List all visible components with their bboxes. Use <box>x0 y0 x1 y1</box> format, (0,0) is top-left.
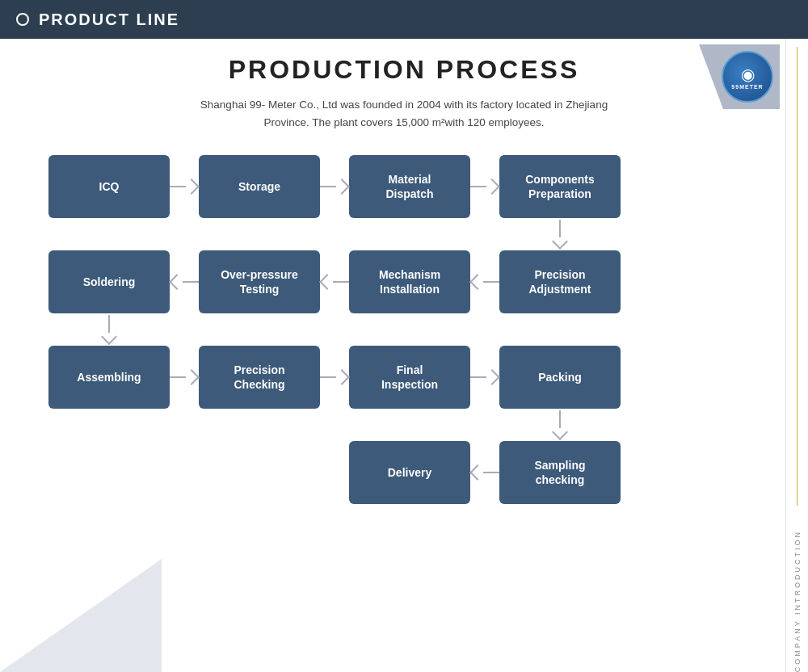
box-precision-checking: Precision Checking <box>199 346 320 409</box>
box-components-preparation: Components Preparation <box>499 155 621 218</box>
header-title: PRODUCT LINE <box>39 10 179 29</box>
box-precision-adjustment: Precision Adjustment <box>499 250 621 313</box>
arrow-right-5 <box>320 369 349 385</box>
arrow-left-3 <box>470 274 499 290</box>
box-storage: Storage <box>199 155 320 218</box>
box-material-dispatch: Material Dispatch <box>349 155 470 218</box>
arrow-down-packing <box>552 410 568 439</box>
header-circle-icon <box>16 13 29 26</box>
arrow-right-2 <box>320 178 349 195</box>
flow-row-4: Delivery Sampling checking <box>48 441 760 504</box>
connector-row-2 <box>48 313 760 346</box>
arrow-right-3 <box>470 178 499 195</box>
arrow-left-1 <box>170 274 199 290</box>
box-sampling-checking: Sampling checking <box>499 441 621 504</box>
flow-row-1: ICQ Storage Material Dispatch Components… <box>48 155 760 218</box>
page-subtitle: Shanghai 99- Meter Co., Ltd was founded … <box>32 96 776 131</box>
flow-diagram: ICQ Storage Material Dispatch Components… <box>48 155 760 504</box>
main-content: PRODUCTION PROCESS Shanghai 99- Meter Co… <box>0 39 808 520</box>
box-packing: Packing <box>499 346 621 409</box>
arrow-right-6 <box>470 369 499 385</box>
triangle-decoration <box>0 559 162 672</box>
arrow-down-components <box>552 220 568 249</box>
arrow-left-2 <box>320 274 349 290</box>
box-icq: ICQ <box>48 155 170 218</box>
arrow-right-1 <box>170 178 199 195</box>
page-title: PRODUCTION PROCESS <box>32 55 776 85</box>
arrow-left-4 <box>470 464 499 481</box>
flow-row-3: Assembling Precision Checking Final Insp… <box>48 346 760 409</box>
arrow-down-soldering <box>101 315 117 344</box>
arrow-right-4 <box>170 369 199 385</box>
header-bar: PRODUCT LINE <box>0 0 808 39</box>
box-soldering: Soldering <box>48 250 170 313</box>
box-over-pressure: Over-pressure Testing <box>199 250 320 313</box>
connector-row-3 <box>48 409 760 441</box>
box-mechanism-installation: Mechanism Installation <box>349 250 470 313</box>
box-final-inspection: Final Inspection <box>349 346 470 409</box>
box-delivery: Delivery <box>349 441 470 504</box>
flow-row-2: Soldering Over-pressure Testing Mechanis… <box>48 250 760 313</box>
connector-row-1 <box>48 218 760 250</box>
box-assembling: Assembling <box>48 346 170 409</box>
company-intro-label: COMPANY INTRODUCTION <box>793 530 802 672</box>
